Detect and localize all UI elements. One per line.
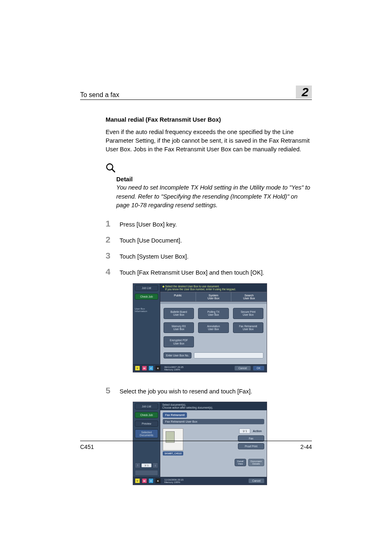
- screenshot-user-box-select: Job List Check Job User Box Information …: [133, 283, 267, 372]
- step-number: 5: [106, 386, 120, 395]
- step-1: 1 Press [User Box] key.: [106, 219, 312, 229]
- toner-icons: Y M C K: [133, 365, 162, 372]
- toner-k-icon: K: [155, 478, 161, 483]
- step-4: 4 Touch [Fax Retransmit User Box] and th…: [106, 267, 312, 277]
- toner-y-icon: Y: [135, 365, 140, 371]
- enter-user-box-no-button[interactable]: Enter User Box No.: [164, 352, 191, 358]
- check-job-button[interactable]: Check Job: [135, 412, 158, 418]
- step-text: Press [User Box] key.: [120, 220, 312, 229]
- header-left: To send a fax: [80, 91, 119, 99]
- ss2-sidebar: Job List Check Job Preview Selected Docu…: [133, 402, 160, 477]
- sidebar-tray-icon[interactable]: [135, 470, 158, 476]
- step-number: 4: [106, 267, 120, 277]
- manual-page: To send a fax 2 Manual redial (Fax Retra…: [0, 0, 392, 555]
- page-up-icon[interactable]: ↑: [135, 462, 141, 468]
- hint-text: Select document(s). Choose action after …: [160, 402, 267, 410]
- toner-k-icon: K: [155, 365, 161, 371]
- cancel-button[interactable]: Cancel: [248, 478, 265, 483]
- toner-m-icon: M: [142, 478, 147, 483]
- toner-icons: Y M C K: [133, 477, 162, 485]
- check-job-button[interactable]: Check Job: [135, 294, 158, 300]
- sidebar-paging: ↑ 1/ 1 ↓: [135, 462, 158, 468]
- intro-paragraph: Even if the auto redial frequency exceed…: [106, 128, 312, 154]
- enter-box-no-row: Enter User Box No.: [160, 351, 267, 361]
- user-box-no-field[interactable]: [194, 352, 263, 358]
- detail-view-button[interactable]: Detail View: [235, 459, 246, 466]
- ok-button[interactable]: OK: [253, 365, 265, 371]
- tile-fax-retransmit[interactable]: Fax Retransmit User Box: [233, 322, 263, 333]
- subheader-box-name: Fax Retransmit User Box: [163, 419, 264, 424]
- ss2-footer: Y M C K 11/16/2006 23:15 Memory 100% Can…: [133, 477, 267, 485]
- step-text: Select the job you wish to resend and to…: [120, 387, 312, 396]
- step-number: 1: [106, 219, 120, 229]
- magnifier-icon: [106, 163, 312, 175]
- tile-encrypted-pdf[interactable]: Encrypted PDF User Box: [164, 336, 194, 347]
- section-title: Manual redial (Fax Retransmit User Box): [106, 116, 312, 123]
- footer-status: 06/11/2007 23:25 Memory 100%: [162, 365, 234, 372]
- tile-polling-tx[interactable]: Polling TX User Box: [198, 308, 228, 319]
- step-text: Touch [System User Box].: [120, 252, 312, 261]
- step-5: 5 Select the job you wish to resend and …: [106, 386, 312, 396]
- document-details-button[interactable]: Document Details: [248, 459, 264, 466]
- detail-body: You need to set Incomplete TX Hold setti…: [116, 183, 312, 209]
- ss1-tabs: Public System User Box Search User Box: [160, 292, 267, 302]
- ss1-footer: Y M C K 06/11/2007 23:25 Memory 100% Can…: [133, 364, 267, 372]
- chapter-number: 2: [296, 86, 312, 99]
- sidebar-info-label: User Box Information: [135, 308, 158, 312]
- tile-memory-rx[interactable]: Memory RX User Box: [164, 322, 194, 333]
- toner-c-icon: C: [148, 365, 154, 371]
- step-text: Touch [Fax Retransmit User Box] and then…: [120, 268, 312, 277]
- breadcrumb-fax-retransmit[interactable]: Fax Retransmit: [163, 412, 187, 418]
- ss2-main: Select document(s). Choose action after …: [160, 402, 267, 477]
- tile-secure-print[interactable]: Secure Print User Box: [233, 308, 263, 319]
- toner-y-icon: Y: [135, 478, 140, 483]
- tile-bulletin-board[interactable]: Bulletin Board User Box: [164, 308, 194, 319]
- action-label: Action: [253, 430, 264, 432]
- cancel-button[interactable]: Cancel: [234, 365, 251, 371]
- page-indicator: 1/ 1: [239, 428, 250, 434]
- content-area: To send a fax 2 Manual redial (Fax Retra…: [80, 86, 312, 498]
- page-footer: C451 2-44: [80, 441, 312, 450]
- selected-documents-button[interactable]: Selected Documents: [135, 429, 158, 438]
- preview-button[interactable]: Preview: [135, 421, 158, 427]
- toner-m-icon: M: [142, 365, 147, 371]
- tile-annotation[interactable]: Annotation User Box: [198, 322, 228, 333]
- step-number: 3: [106, 251, 120, 261]
- detail-block: Detail You need to set Incomplete TX Hol…: [116, 176, 312, 209]
- footer-model: C451: [80, 444, 94, 450]
- running-header: To send a fax 2: [80, 86, 312, 100]
- thumbnail-label: SKMBT_C4510: [163, 451, 183, 456]
- tab-public[interactable]: Public: [160, 292, 196, 301]
- step-text: Touch [Use Document].: [120, 236, 312, 245]
- detail-heading: Detail: [116, 176, 312, 183]
- ss1-sidebar: Job List Check Job User Box Information: [133, 284, 160, 364]
- tab-search-user-box[interactable]: Search User Box: [231, 292, 267, 301]
- toner-c-icon: C: [148, 478, 154, 483]
- step-number: 2: [106, 235, 120, 245]
- sidebar-page-indicator: 1/ 1: [141, 463, 152, 467]
- svg-line-1: [112, 169, 115, 172]
- page-down-icon[interactable]: ↓: [152, 462, 158, 468]
- job-list-button[interactable]: Job List: [135, 403, 158, 409]
- step-3: 3 Touch [System User Box].: [106, 251, 312, 261]
- footer-status: 11/16/2006 23:15 Memory 100%: [162, 477, 248, 485]
- ss1-main: ◆Select the desired User Box to use docu…: [160, 284, 267, 364]
- hint-text: ◆Select the desired User Box to use docu…: [160, 284, 267, 292]
- user-box-grid: Bulletin Board User Box Polling TX User …: [160, 304, 267, 351]
- job-list-button[interactable]: Job List: [135, 285, 158, 291]
- tab-system-user-box[interactable]: System User Box: [196, 292, 232, 301]
- step-2: 2 Touch [Use Document].: [106, 235, 312, 245]
- footer-page-number: 2-44: [300, 444, 312, 450]
